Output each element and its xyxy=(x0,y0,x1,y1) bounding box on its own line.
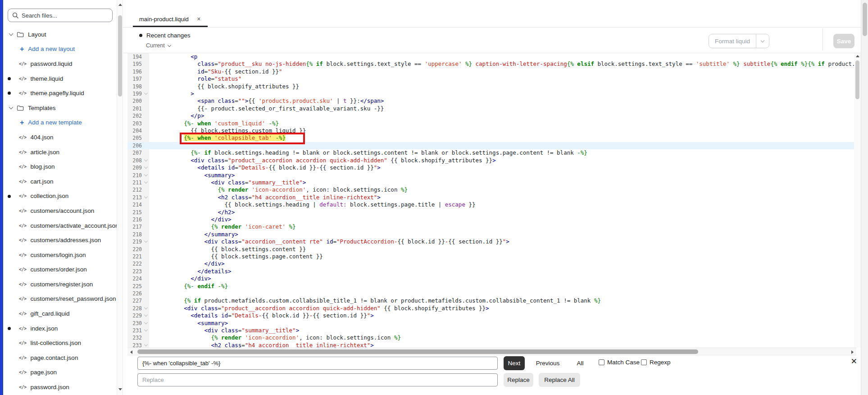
sidebar-item-customers-activate-account-json[interactable]: </>customers/activate_account.json xyxy=(3,218,117,233)
fold-caret-icon[interactable] xyxy=(144,91,148,95)
sidebar-item-password-json[interactable]: </>password.json xyxy=(3,380,117,395)
sidebar-item-gift-card-liquid[interactable]: </>gift_card.liquid xyxy=(3,306,117,321)
code-line-199[interactable]: 199 > xyxy=(127,90,856,97)
sidebar-item-blog-json[interactable]: </>blog.json xyxy=(3,159,117,174)
code-line-222[interactable]: 222 </div> xyxy=(127,260,856,267)
fold-caret-icon[interactable] xyxy=(144,313,148,317)
sidebar-item-list-collections-json[interactable]: </>list-collections.json xyxy=(3,335,117,350)
fold-caret-icon[interactable] xyxy=(144,321,148,324)
code-line-226[interactable]: 226 xyxy=(127,290,856,297)
tab-close-icon[interactable]: ✕ xyxy=(197,16,201,22)
sidebar-item-customers-login-json[interactable]: </>customers/login.json xyxy=(3,248,117,262)
code-line-198[interactable]: 198 {{ block.shopify_attributes }} xyxy=(127,83,856,90)
checkbox-icon[interactable] xyxy=(641,359,647,365)
fold-caret-icon[interactable] xyxy=(144,239,148,243)
sidebar-item-cart-json[interactable]: </>cart.json xyxy=(3,174,117,189)
fold-caret-icon[interactable] xyxy=(144,195,148,198)
code-line-207[interactable]: 207 {%- if block.settings.heading != bla… xyxy=(127,149,856,156)
fold-caret-icon[interactable] xyxy=(144,343,148,346)
format-liquid-button[interactable]: Format liquid xyxy=(709,34,769,48)
scroll-down-icon[interactable] xyxy=(118,388,122,390)
code-line-209[interactable]: 209 <details id="Details-{{ block.id }}-… xyxy=(127,164,856,171)
scroll-up-icon[interactable] xyxy=(856,55,859,57)
sidebar-item-customers-addresses-json[interactable]: </>customers/addresses.json xyxy=(3,233,117,248)
scroll-up-icon[interactable] xyxy=(118,4,122,6)
sidebar-item-customers-reset-password-json[interactable]: </>customers/reset_password.json xyxy=(3,292,117,307)
code-line-200[interactable]: 200 <span class="">{{ 'products.product.… xyxy=(127,97,856,105)
code-line-203[interactable]: 203 {%- when 'custom_liquid' -%} xyxy=(127,120,856,127)
search-files-input[interactable] xyxy=(22,12,108,19)
code-editor[interactable]: 194 <p195 class="product__sku no-js-hidd… xyxy=(127,53,856,348)
sidebar-scrollbar[interactable] xyxy=(117,0,123,395)
version-dropdown[interactable]: Current xyxy=(146,42,171,49)
v-scrollbar-thumb[interactable] xyxy=(855,60,859,99)
sidebar-item-theme-pagefly-liquid[interactable]: </>theme.pagefly.liquid xyxy=(3,86,117,101)
sidebar-item-article-json[interactable]: </>article.json xyxy=(3,145,117,160)
code-line-195[interactable]: 195 class="product__sku no-js-hidden{% i… xyxy=(127,60,856,68)
code-line-214[interactable]: 214 {{ block.settings.heading | default:… xyxy=(127,201,856,208)
code-line-205[interactable]: 205 {%- when 'collapsible_tab' -%} xyxy=(127,134,856,142)
sidebar-item-customers-order-json[interactable]: </>customers/order.json xyxy=(3,262,117,277)
code-line-229[interactable]: 229 <details id="Details-{{ block.id }}-… xyxy=(127,312,856,319)
code-line-202[interactable]: 202 </p> xyxy=(127,112,856,119)
code-line-224[interactable]: 224 </div> xyxy=(127,275,856,282)
code-line-233[interactable]: 233 <h2 class="h4 accordion__title inlin… xyxy=(127,342,856,348)
window-scrollbar[interactable] xyxy=(861,0,868,395)
fold-caret-icon[interactable] xyxy=(144,306,148,309)
sidebar-item-add-a-new-layout[interactable]: +Add a new layout xyxy=(3,42,117,57)
sidebar-item-add-a-new-template[interactable]: +Add a new template xyxy=(3,115,117,130)
fold-caret-icon[interactable] xyxy=(144,328,148,331)
match-case-checkbox[interactable]: Match Case xyxy=(599,359,640,366)
code-line-197[interactable]: 197 role="status" xyxy=(127,75,856,83)
sidebar-scrollbar-thumb[interactable] xyxy=(118,15,122,96)
sidebar-item-templates[interactable]: Templates xyxy=(3,101,117,115)
sidebar-item-index-json[interactable]: </>index.json xyxy=(3,321,117,336)
code-line-217[interactable]: 217 {% render 'icon-caret' %} xyxy=(127,223,856,230)
code-line-227[interactable]: 227 {% if product.metafields.custom.coll… xyxy=(127,297,856,304)
tab-main-product-liquid[interactable]: main-product.liquid ✕ xyxy=(133,11,208,27)
code-line-221[interactable]: 221 {{ block.settings.page.content }} xyxy=(127,253,856,260)
regexp-checkbox[interactable]: Regexp xyxy=(641,359,671,366)
sidebar-item-customers-account-json[interactable]: </>customers/account.json xyxy=(3,203,117,218)
search-files-box[interactable] xyxy=(8,9,113,22)
find-input[interactable] xyxy=(137,357,498,370)
chevron-down-icon[interactable] xyxy=(9,105,14,110)
code-line-231[interactable]: 231 <div class="summary__title"> xyxy=(127,327,856,334)
sidebar-item-customers-register-json[interactable]: </>customers/register.json xyxy=(3,277,117,292)
format-options-toggle[interactable] xyxy=(756,34,769,48)
code-line-232[interactable]: 232 {% render 'icon-accordion', icon: bl… xyxy=(127,334,856,341)
code-line-212[interactable]: 212 {% render 'icon-accordion', icon: bl… xyxy=(127,186,856,193)
sidebar-item-404-json[interactable]: </>404.json xyxy=(3,130,117,145)
fold-caret-icon[interactable] xyxy=(144,180,148,184)
replace-input[interactable] xyxy=(137,373,498,386)
code-line-220[interactable]: 220 {{ block.settings.content }} xyxy=(127,246,856,253)
replace-button[interactable]: Replace xyxy=(504,373,533,387)
close-icon[interactable]: ✕ xyxy=(851,358,857,365)
sidebar-item-page-json[interactable]: </>page.json xyxy=(3,365,117,380)
fold-caret-icon[interactable] xyxy=(144,158,148,161)
code-line-213[interactable]: 213 <h2 class="h4 accordion__title inlin… xyxy=(127,194,856,201)
code-vertical-scrollbar[interactable] xyxy=(854,53,861,348)
find-previous-button[interactable]: Previous xyxy=(530,356,566,370)
code-line-230[interactable]: 230 <summary> xyxy=(127,320,856,327)
h-scrollbar-thumb[interactable] xyxy=(137,349,698,354)
sidebar-item-collection-json[interactable]: </>collection.json xyxy=(3,189,117,204)
sidebar-item-page-contact-json[interactable]: </>page.contact.json xyxy=(3,350,117,365)
replace-all-button[interactable]: Replace All xyxy=(539,373,580,387)
code-line-211[interactable]: 211 <div class="summary__title"> xyxy=(127,179,856,186)
code-line-201[interactable]: 201 {{- product.selected_or_first_availa… xyxy=(127,105,856,112)
code-line-225[interactable]: 225 {%- endif -%} xyxy=(127,283,856,290)
checkbox-icon[interactable] xyxy=(599,359,604,365)
sidebar-item-password-liquid[interactable]: </>password.liquid xyxy=(3,56,117,71)
code-line-216[interactable]: 216 </div> xyxy=(127,216,856,223)
code-horizontal-scrollbar[interactable] xyxy=(127,348,856,355)
code-line-218[interactable]: 218 </summary> xyxy=(127,231,856,238)
code-line-219[interactable]: 219 <div class="accordion__content rte" … xyxy=(127,238,856,245)
scroll-right-icon[interactable] xyxy=(851,350,854,354)
code-line-228[interactable]: 228 <div class="product__accordion accor… xyxy=(127,305,856,312)
code-line-215[interactable]: 215 </h2> xyxy=(127,209,856,216)
fold-caret-icon[interactable] xyxy=(144,173,148,176)
code-line-204[interactable]: 204 {{ block.settings.custom_liquid }} xyxy=(127,127,856,134)
code-line-206[interactable]: 206 xyxy=(127,142,856,149)
code-line-208[interactable]: 208 <div class="product__accordion accor… xyxy=(127,157,856,164)
